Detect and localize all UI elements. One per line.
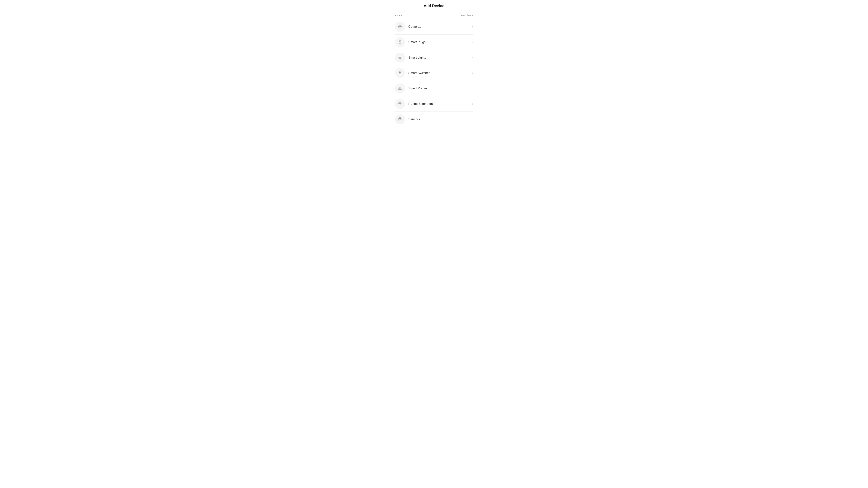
smart-plug-icon <box>397 39 403 45</box>
device-list: Cameras › Smart Plugs › <box>395 19 473 127</box>
section-label: KASA <box>395 14 402 17</box>
page-title: Add Device <box>424 4 444 8</box>
smart-plugs-label: Smart Plugs <box>408 40 471 44</box>
content-area: KASA Learn More Cameras › <box>391 11 477 127</box>
smart-plugs-chevron-icon: › <box>472 40 473 44</box>
app-container: ← Add Device KASA Learn More <box>391 0 477 488</box>
smart-router-chevron-icon: › <box>472 87 473 90</box>
camera-icon <box>397 24 403 30</box>
device-item-smart-switches[interactable]: Smart Switches › <box>395 65 473 81</box>
back-button[interactable]: ← <box>395 3 400 8</box>
device-item-sensors[interactable]: Sensors › <box>395 112 473 127</box>
cameras-icon-wrapper <box>395 22 405 32</box>
sensors-chevron-icon: › <box>472 118 473 121</box>
smart-lights-icon-wrapper <box>395 53 405 63</box>
smart-lights-label: Smart Lights <box>408 56 471 60</box>
svg-rect-14 <box>400 71 401 73</box>
smart-switches-label: Smart Switches <box>408 71 471 75</box>
sensors-label: Sensors <box>408 118 471 121</box>
range-extenders-label: Range Extenders <box>408 102 471 106</box>
cameras-chevron-icon: › <box>472 25 473 28</box>
svg-point-15 <box>400 74 400 74</box>
range-extender-icon <box>397 101 403 107</box>
smart-router-icon <box>397 86 403 91</box>
header: ← Add Device <box>391 0 477 11</box>
smart-switches-chevron-icon: › <box>472 71 473 75</box>
svg-point-2 <box>400 27 400 27</box>
smart-router-label: Smart Router <box>408 87 471 90</box>
device-item-range-extenders[interactable]: Range Extenders › <box>395 96 473 112</box>
sensor-icon <box>397 117 403 122</box>
svg-point-25 <box>400 105 400 105</box>
svg-point-17 <box>400 88 400 89</box>
svg-point-8 <box>400 43 400 43</box>
section-header: KASA Learn More <box>395 11 473 19</box>
svg-rect-26 <box>399 118 401 121</box>
range-extenders-chevron-icon: › <box>472 102 473 105</box>
svg-rect-27 <box>399 118 401 120</box>
device-item-smart-plugs[interactable]: Smart Plugs › <box>395 35 473 50</box>
smart-router-icon-wrapper <box>395 84 405 94</box>
device-item-cameras[interactable]: Cameras › <box>395 19 473 35</box>
learn-more-link[interactable]: Learn More <box>460 14 473 17</box>
cameras-label: Cameras <box>408 25 471 29</box>
device-item-smart-router[interactable]: Smart Router › <box>395 81 473 96</box>
range-extenders-icon-wrapper <box>395 99 405 109</box>
smart-light-icon <box>397 55 403 60</box>
back-arrow-icon: ← <box>396 4 399 8</box>
svg-rect-7 <box>400 41 401 42</box>
smart-switch-icon <box>397 70 403 76</box>
smart-switches-icon-wrapper <box>395 68 405 78</box>
svg-point-23 <box>400 103 400 104</box>
svg-line-12 <box>401 58 401 58</box>
sensors-icon-wrapper <box>395 114 405 124</box>
smart-plugs-icon-wrapper <box>395 37 405 47</box>
smart-lights-chevron-icon: › <box>472 56 473 59</box>
svg-rect-6 <box>400 41 400 42</box>
device-item-smart-lights[interactable]: Smart Lights › <box>395 50 473 65</box>
svg-line-11 <box>399 58 400 58</box>
